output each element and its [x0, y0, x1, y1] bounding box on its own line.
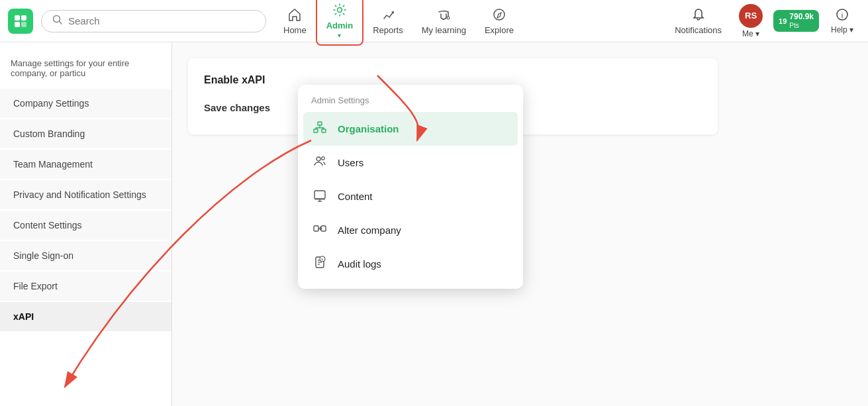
dropdown-item-organisation[interactable]: Organisation	[303, 112, 518, 146]
dropdown-item-users[interactable]: Users	[298, 146, 523, 179]
svg-point-6	[337, 8, 342, 13]
my-learning-icon	[436, 7, 451, 24]
home-icon	[287, 7, 302, 24]
svg-point-14	[316, 157, 320, 161]
nav-my-learning-label: My learning	[422, 25, 466, 35]
points-badge[interactable]: 19 790.9k Pts	[773, 10, 819, 31]
search-input[interactable]	[68, 15, 255, 26]
dropdown-users-label: Users	[338, 157, 363, 168]
logo[interactable]	[8, 9, 33, 34]
svg-rect-19	[314, 226, 318, 231]
admin-dropdown: Admin Settings Organisation	[298, 85, 523, 289]
svg-rect-1	[21, 15, 26, 21]
help-label: Help ▾	[831, 25, 853, 34]
dropdown-header: Admin Settings	[298, 93, 523, 112]
help-icon: i	[835, 7, 849, 24]
nav-explore-label: Explore	[485, 25, 514, 35]
nav-item-admin[interactable]: Admin ▾	[316, 0, 363, 46]
svg-rect-11	[318, 122, 322, 125]
sidebar-item-xapi[interactable]: xAPI	[0, 302, 171, 331]
nav-item-reports[interactable]: Reports	[363, 2, 412, 40]
main-layout: Manage settings for your entire company,…	[0, 42, 868, 406]
notifications-label: Notifications	[675, 25, 722, 35]
search-icon	[52, 15, 63, 28]
dropdown-audit-logs-label: Audit logs	[338, 258, 381, 270]
sidebar-item-company-settings[interactable]: Company Settings	[0, 89, 171, 118]
bell-icon	[691, 7, 706, 24]
logo-icon	[8, 9, 33, 34]
svg-text:i: i	[842, 11, 843, 19]
search-box[interactable]	[41, 10, 266, 32]
me-label: Me ▾	[742, 29, 759, 38]
admin-chevron-icon: ▾	[338, 32, 341, 39]
reports-icon	[381, 7, 395, 24]
alter-company-icon	[311, 221, 328, 239]
dropdown-item-alter-company[interactable]: Alter company	[298, 213, 523, 247]
nav-item-explore[interactable]: Explore	[475, 2, 523, 40]
svg-rect-3	[21, 22, 26, 27]
right-area: Notifications RS Me ▾ 19 790.9k Pts i He…	[668, 1, 860, 41]
nav-home-label: Home	[283, 25, 307, 35]
admin-gear-icon	[332, 3, 347, 19]
svg-rect-16	[314, 191, 325, 199]
svg-point-8	[494, 9, 505, 20]
svg-rect-0	[15, 15, 20, 21]
sidebar-item-custom-branding[interactable]: Custom Branding	[0, 119, 171, 148]
points-badge-number: 19	[779, 17, 787, 25]
me-nav-item[interactable]: RS Me ▾	[734, 1, 768, 41]
svg-rect-2	[15, 22, 20, 27]
svg-rect-12	[314, 129, 318, 132]
svg-rect-13	[322, 129, 326, 132]
save-changes-button[interactable]: Save changes	[204, 97, 270, 119]
content-icon	[311, 187, 328, 205]
nav-reports-label: Reports	[373, 25, 403, 35]
help-nav-item[interactable]: i Help ▾	[824, 2, 860, 40]
page-description: Manage settings for your entire company,…	[0, 53, 171, 89]
sidebar-item-single-sign-on[interactable]: Single Sign-on	[0, 241, 171, 270]
organisation-icon	[311, 120, 328, 138]
users-icon	[311, 154, 328, 172]
points-value: 790.9k	[789, 13, 814, 21]
dropdown-item-audit-logs[interactable]: Audit logs	[298, 247, 523, 281]
notifications-nav-item[interactable]: Notifications	[668, 2, 728, 40]
audit-logs-icon	[311, 255, 328, 273]
dropdown-item-content[interactable]: Content	[298, 179, 523, 213]
svg-point-7	[447, 17, 450, 19]
nav-item-home[interactable]: Home	[274, 2, 316, 40]
nav-items: Home Admin ▾ Reports	[274, 0, 665, 46]
avatar: RS	[739, 4, 763, 28]
nav-admin-label: Admin	[326, 21, 353, 30]
top-navigation: Home Admin ▾ Reports	[0, 0, 868, 42]
nav-item-my-learning[interactable]: My learning	[412, 2, 475, 40]
explore-icon	[492, 7, 506, 24]
sidebar: Manage settings for your entire company,…	[0, 42, 172, 406]
dropdown-alter-company-label: Alter company	[338, 225, 401, 236]
sidebar-item-privacy-notification[interactable]: Privacy and Notification Settings	[0, 180, 171, 209]
points-label: Pts	[789, 22, 814, 29]
sidebar-item-file-export[interactable]: File Export	[0, 272, 171, 301]
sidebar-item-team-management[interactable]: Team Management	[0, 150, 171, 179]
dropdown-organisation-label: Organisation	[338, 123, 399, 134]
dropdown-content-label: Content	[338, 191, 373, 202]
sidebar-item-content-settings[interactable]: Content Settings	[0, 211, 171, 240]
svg-line-5	[60, 21, 62, 24]
svg-point-15	[322, 157, 325, 160]
